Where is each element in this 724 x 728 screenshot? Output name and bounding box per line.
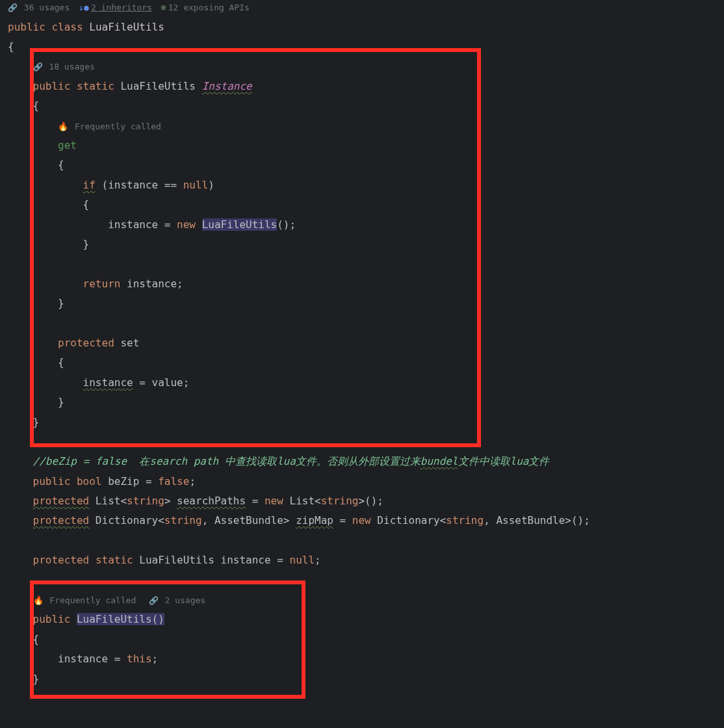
keyword-if: if (83, 179, 96, 191)
code-lens-row: 🔗 36 usages ↓●2 inheritors ⊕12 exposing … (8, 0, 724, 18)
brace: } (58, 297, 64, 309)
code-text: >(); (358, 495, 383, 507)
highlighted-type: LuaFileUtils (202, 218, 278, 231)
code-text: Dictionary< (371, 514, 446, 526)
code-text: List< (283, 495, 321, 507)
keyword-null: null (183, 179, 209, 191)
link-icon: 🔗 (149, 596, 159, 605)
constructor-name: LuaFileUtils (77, 613, 152, 625)
code-text: ) (208, 179, 214, 191)
code-text: beZip = (102, 475, 159, 488)
frequently-called-hint[interactable]: 🔥 Frequently called (58, 122, 161, 131)
link-icon: 🔗 (8, 1, 18, 16)
brace: { (83, 198, 90, 211)
keyword-new: new (352, 514, 371, 526)
keyword-string: string (321, 495, 359, 507)
brace: } (33, 673, 40, 685)
keyword-protected: protected (33, 495, 90, 507)
type-ref: LuaFileUtils (120, 80, 196, 92)
usages-hint[interactable]: 🔗 36 usages (8, 0, 70, 16)
keyword-public: public (33, 613, 71, 625)
keyword-static: static (77, 80, 114, 92)
brace: } (33, 416, 40, 428)
keyword-new: new (265, 495, 283, 507)
keyword-public: public (8, 21, 45, 33)
exposing-apis-hint[interactable]: ⊕12 exposing APIs (161, 0, 250, 16)
brace: { (33, 633, 40, 645)
code-text: ; (152, 653, 159, 665)
code-text: Dictionary< (89, 514, 164, 526)
code-text: instance = (58, 653, 127, 665)
code-text: List< (89, 495, 127, 507)
keyword-null: null (290, 554, 315, 566)
keyword-string: string (446, 514, 484, 526)
brace: { (33, 99, 40, 112)
code-text: (); (277, 218, 296, 231)
flame-icon: 🔥 (58, 122, 68, 131)
space (196, 218, 202, 231)
network-icon: ⊕ (161, 3, 166, 12)
set-accessor: set (120, 337, 139, 349)
keyword-this: this (127, 653, 152, 665)
usages-inline-hint[interactable]: 🔗 18 usages (33, 62, 95, 72)
field-name: zipMap (296, 514, 333, 526)
code-text: instance; (120, 278, 183, 290)
paren: () (152, 613, 164, 625)
brace: { (8, 40, 14, 53)
keyword-protected: protected (58, 337, 114, 349)
code-text: = (246, 495, 265, 507)
code-text: (instance == (96, 179, 183, 191)
brace: } (58, 396, 64, 408)
code-text: , AssetBundle> (202, 514, 296, 526)
keyword-return: return (83, 278, 121, 290)
code-text: , AssetBundle>(); (484, 514, 590, 526)
keyword-string: string (164, 514, 202, 526)
brace: { (58, 356, 64, 369)
keyword-string: string (127, 495, 164, 507)
flame-icon: 🔥 (33, 595, 44, 605)
link-icon: 🔗 (33, 62, 43, 72)
code-text: instance = (108, 218, 177, 231)
brace: { (58, 159, 64, 171)
code-text: ; (315, 554, 321, 566)
brace: } (83, 238, 90, 250)
comment: //beZip = false 在search path 中查找读取lua文件。… (33, 455, 550, 467)
get-accessor: get (58, 139, 77, 151)
keyword-protected: protected (33, 554, 90, 566)
code-editor[interactable]: 🔗 36 usages ↓●2 inheritors ⊕12 exposing … (8, 0, 724, 689)
field-name: searchPaths (177, 495, 246, 507)
code-text: ; (189, 475, 196, 488)
code-text: = value; (133, 376, 190, 389)
keyword-class: class (51, 21, 83, 33)
keyword-protected: protected (33, 514, 90, 526)
code-text: > (164, 495, 177, 507)
keyword-public: public (33, 475, 71, 488)
class-name: LuaFileUtils (89, 21, 164, 33)
code-block[interactable]: public class LuaFileUtils { 🔗 18 usages … (8, 18, 724, 689)
code-text: LuaFileUtils instance = (133, 554, 290, 566)
property-name: Instance (202, 80, 252, 92)
frequently-called-hint[interactable]: 🔥 Frequently called (33, 595, 136, 605)
keyword-static: static (96, 554, 133, 566)
keyword-bool: bool (77, 475, 102, 488)
inheritors-hint[interactable]: ↓●2 inheritors (79, 0, 152, 16)
keyword-new: new (177, 218, 196, 231)
inheritors-icon: ↓● (79, 3, 89, 12)
keyword-public: public (33, 80, 71, 92)
usages-inline-hint[interactable]: 🔗 2 usages (149, 595, 205, 605)
field-ref: instance (83, 376, 133, 389)
keyword-false: false (158, 475, 189, 488)
code-text: = (333, 514, 352, 526)
